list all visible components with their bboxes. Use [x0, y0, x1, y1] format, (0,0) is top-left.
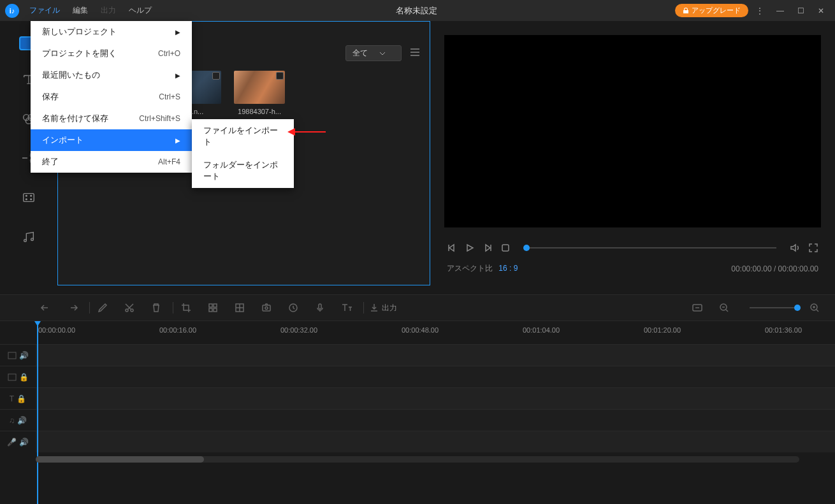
time-tick: 00:01:36.00 [765, 326, 802, 334]
sidebar-audio-icon[interactable] [18, 226, 40, 248]
close-button[interactable]: ✕ [812, 2, 830, 20]
svg-rect-15 [209, 308, 212, 312]
time-tick: 00:00:00.00 [38, 326, 75, 334]
preview-timecode: 00:00:00.00 / 00:00:00.00 [731, 264, 818, 273]
svg-point-7 [31, 199, 32, 200]
svg-point-12 [131, 309, 133, 312]
playhead[interactable] [37, 321, 38, 504]
lock-icon [683, 8, 689, 14]
file-menu-dropdown: 新しいプロジェクト▶ プロジェクトを開くCtrl+O 最近開いたもの▶ 保存Ct… [31, 21, 192, 173]
svg-rect-3 [24, 194, 34, 202]
time-tick: 00:00:48.00 [402, 326, 439, 334]
export-button[interactable]: 出力 [369, 300, 397, 315]
upgrade-button[interactable]: アップグレード [675, 4, 748, 17]
svg-point-5 [31, 195, 32, 196]
crop-button[interactable] [178, 300, 194, 315]
menu-save-as[interactable]: 名前を付けて保存Ctrl+Shift+S [31, 108, 192, 129]
svg-rect-21 [319, 304, 321, 309]
aspect-ratio-label: アスペクト比 16 : 9 [447, 263, 518, 274]
svg-rect-10 [502, 245, 509, 251]
more-button[interactable]: ⋮ [751, 2, 769, 20]
prev-frame-button[interactable] [447, 243, 457, 253]
cut-button[interactable] [122, 300, 137, 315]
preview-panel: アスペクト比 16 : 9 00:00:00.00 / 00:00:00.00 [430, 21, 835, 285]
time-tick: 00:01:20.00 [644, 326, 681, 334]
media-item-label: 19884307-h... [234, 108, 285, 115]
svg-rect-13 [209, 304, 212, 307]
preview-video[interactable] [444, 35, 821, 227]
svg-point-11 [126, 309, 128, 312]
menu-recent[interactable]: 最近開いたもの▶ [31, 64, 192, 86]
timeline-scrollbar[interactable] [36, 456, 799, 463]
menu-import[interactable]: インポート▶ [31, 129, 192, 151]
zoom-in-button[interactable] [807, 300, 822, 315]
delete-button[interactable] [149, 300, 164, 315]
svg-rect-18 [263, 305, 270, 311]
video-track-1[interactable]: 🔒 [0, 366, 835, 387]
grid-button[interactable] [232, 300, 247, 315]
undo-button[interactable] [38, 300, 54, 315]
svg-point-19 [265, 307, 268, 310]
window-title: 名称未設定 [158, 5, 675, 17]
seek-slider[interactable] [523, 247, 776, 248]
video-track-2[interactable]: 🔊 [0, 344, 835, 366]
sidebar-overlay-icon[interactable] [18, 187, 40, 208]
timeline: 00:00:00.00 00:00:16.00 00:00:32.00 00:0… [0, 321, 835, 463]
import-file-item[interactable]: ファイルをインポート [192, 119, 294, 154]
time-tick: 00:00:16.00 [159, 326, 196, 334]
redo-button[interactable] [65, 300, 80, 315]
app-logo: i♪ [5, 4, 19, 18]
maximize-button[interactable]: ☐ [792, 2, 810, 20]
menu-exit[interactable]: 終了Alt+F4 [31, 151, 192, 173]
menu-save[interactable]: 保存Ctrl+S [31, 86, 192, 108]
menu-file[interactable]: ファイル [23, 0, 66, 21]
svg-rect-16 [214, 308, 217, 312]
list-view-icon[interactable] [409, 48, 421, 59]
play-button[interactable] [465, 243, 475, 253]
aspect-ratio-value[interactable]: 16 : 9 [498, 264, 518, 273]
annotation-arrow [287, 127, 326, 137]
voice-button[interactable] [312, 300, 328, 315]
menu-open-project[interactable]: プロジェクトを開くCtrl+O [31, 43, 192, 64]
text-track[interactable]: T🔒 [0, 387, 835, 409]
time-ruler[interactable]: 00:00:00.00 00:00:16.00 00:00:32.00 00:0… [0, 321, 835, 344]
mosaic-button[interactable] [205, 300, 221, 315]
import-folder-item[interactable]: フォルダーをインポート [192, 154, 294, 188]
menu-edit[interactable]: 編集 [66, 0, 94, 21]
svg-point-4 [25, 195, 27, 196]
zoom-slider[interactable] [750, 307, 801, 308]
menu-help[interactable]: ヘルプ [122, 0, 158, 21]
volume-button[interactable] [789, 242, 801, 254]
text-tool-button[interactable] [339, 300, 354, 315]
fullscreen-button[interactable] [808, 243, 818, 253]
audio-track[interactable]: ♫🔊 [0, 409, 835, 431]
titlebar: i♪ ファイル 編集 出力 ヘルプ 名称未設定 アップグレード ⋮ — ☐ ✕ [0, 0, 835, 21]
minimize-button[interactable]: — [771, 2, 789, 20]
zoom-out-button[interactable] [716, 300, 732, 315]
edit-tool-button[interactable] [95, 300, 110, 315]
svg-point-8 [24, 240, 27, 242]
timeline-toolbar: 出力 [0, 294, 835, 321]
stop-button[interactable] [500, 243, 511, 253]
svg-point-9 [31, 238, 34, 241]
fit-button[interactable] [690, 300, 705, 315]
svg-point-6 [25, 199, 27, 200]
svg-rect-25 [8, 352, 16, 359]
voice-track[interactable]: 🎤🔊 [0, 431, 835, 452]
chevron-down-icon [379, 52, 386, 55]
next-frame-button[interactable] [483, 243, 493, 253]
speed-button[interactable] [286, 300, 301, 315]
time-tick: 00:01:04.00 [523, 326, 560, 334]
media-item[interactable]: 19884307-h... [234, 71, 285, 115]
import-submenu: ファイルをインポート フォルダーをインポート [192, 119, 294, 188]
time-tick: 00:00:32.00 [280, 326, 317, 334]
menu-new-project[interactable]: 新しいプロジェクト▶ [31, 21, 192, 43]
svg-rect-14 [214, 304, 217, 307]
menu-output[interactable]: 出力 [94, 0, 122, 21]
svg-rect-26 [8, 374, 16, 380]
media-filter-select[interactable]: 全て [345, 45, 402, 61]
snapshot-button[interactable] [259, 300, 274, 315]
